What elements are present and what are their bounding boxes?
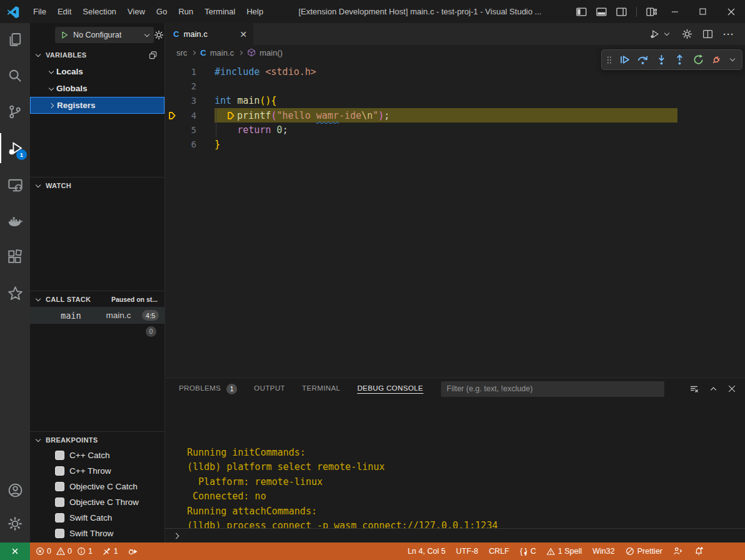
call-stack-section-header[interactable]: CALL STACK Paused on st... xyxy=(30,291,165,307)
menu-item[interactable]: Run xyxy=(173,7,199,16)
breakpoint-checkbox[interactable] xyxy=(55,482,64,491)
watch-section-header[interactable]: WATCH xyxy=(30,177,165,193)
breakpoint-item[interactable]: C++ Throw xyxy=(30,463,165,479)
launch-settings-gear-icon[interactable] xyxy=(154,30,164,40)
search-icon[interactable] xyxy=(0,61,30,91)
editor-settings-gear-icon[interactable] xyxy=(682,29,692,39)
menu-item[interactable]: Help xyxy=(241,7,269,16)
maximize-button[interactable] xyxy=(689,0,717,23)
run-and-debug-icon[interactable]: 1 xyxy=(0,133,30,163)
chevron-down-icon[interactable] xyxy=(664,31,669,36)
minimize-button[interactable] xyxy=(661,0,689,23)
panel-actions xyxy=(681,384,745,394)
step-over-button[interactable] xyxy=(636,52,651,68)
menu-item[interactable]: Terminal xyxy=(199,7,241,16)
panel-tab[interactable]: PROBLEMS 1 xyxy=(179,384,237,394)
toggle-sidebar-icon[interactable] xyxy=(576,7,587,17)
stack-frame-row[interactable]: main main.c 4:5 xyxy=(30,307,165,324)
variables-item[interactable]: Registers xyxy=(30,97,165,114)
cursor-position[interactable]: Ln 4, Col 5 xyxy=(408,547,445,556)
call-stack-empty-space xyxy=(30,339,165,431)
split-editor-icon[interactable] xyxy=(702,29,713,39)
menu-item[interactable]: File xyxy=(28,7,52,16)
breakpoint-item[interactable]: Swift Catch xyxy=(30,510,165,526)
panel-tab[interactable]: OUTPUT xyxy=(254,384,285,394)
customize-layout-icon[interactable] xyxy=(646,7,657,17)
titlebar-separator xyxy=(636,7,637,17)
breakpoint-checkbox[interactable] xyxy=(55,513,64,522)
run-or-debug-button[interactable] xyxy=(649,29,672,39)
toggle-secondary-sidebar-icon[interactable] xyxy=(616,7,627,17)
editor-area[interactable]: C main.c ✕ xyxy=(165,23,745,378)
more-actions-icon[interactable]: ··· xyxy=(723,29,734,39)
breakpoints-section-header[interactable]: BREAKPOINTS xyxy=(30,431,165,448)
extensions-icon[interactable] xyxy=(0,242,30,272)
copy-icon[interactable] xyxy=(148,51,158,60)
breakpoint-item[interactable]: Objective C Throw xyxy=(30,494,165,510)
panel-tab[interactable]: TERMINAL xyxy=(302,384,340,394)
start-debug-icon[interactable] xyxy=(60,31,69,39)
menu-item[interactable]: View xyxy=(122,7,151,16)
close-tab-icon[interactable]: ✕ xyxy=(240,29,247,39)
toolbar-drag-handle[interactable] xyxy=(606,55,612,65)
spell-checker-status[interactable]: 1 Spell xyxy=(547,547,582,556)
close-button[interactable] xyxy=(717,0,745,23)
maximize-panel-icon[interactable] xyxy=(709,384,718,394)
step-into-button[interactable] xyxy=(654,52,669,68)
account-icon[interactable] xyxy=(0,475,30,505)
favorites-star-icon[interactable] xyxy=(0,278,30,308)
remote-explorer-icon[interactable] xyxy=(0,169,30,199)
menu-item[interactable]: Selection xyxy=(77,7,121,16)
continue-button[interactable] xyxy=(617,52,632,68)
source-control-icon[interactable] xyxy=(0,97,30,127)
breakpoint-checkbox[interactable] xyxy=(55,451,64,460)
panel-tab[interactable]: DEBUG CONSOLE xyxy=(357,384,423,394)
feedback-icon[interactable] xyxy=(673,546,683,556)
explorer-icon[interactable] xyxy=(0,24,30,54)
variables-item[interactable]: Globals xyxy=(30,80,165,97)
c-file-icon: C xyxy=(200,48,206,58)
console-line: Platform: remote-linux xyxy=(187,475,745,490)
breakpoint-item[interactable]: Swift Throw xyxy=(30,526,165,541)
variables-section-header[interactable]: VARIABLES xyxy=(30,47,165,63)
variables-item[interactable]: Locals xyxy=(30,63,165,80)
remote-indicator[interactable] xyxy=(0,542,30,560)
console-filter-input[interactable] xyxy=(441,381,664,397)
breadcrumb-file[interactable]: main.c xyxy=(210,48,234,58)
formatter-status[interactable]: Prettier xyxy=(626,547,662,556)
step-out-button[interactable] xyxy=(672,52,688,68)
close-panel-icon[interactable] xyxy=(727,384,736,393)
launch-configuration-dropdown[interactable]: No Configurat xyxy=(55,27,154,43)
menu-item[interactable]: Go xyxy=(151,7,173,16)
breakpoint-item[interactable]: C++ Catch xyxy=(30,448,165,463)
breakpoint-checkbox[interactable] xyxy=(55,498,64,507)
docker-icon[interactable] xyxy=(0,206,30,236)
tab-label: main.c xyxy=(183,29,207,39)
breakpoint-checkbox[interactable] xyxy=(55,529,64,538)
problems-status[interactable]: 0 0 1 xyxy=(36,547,93,556)
breadcrumb-folder[interactable]: src xyxy=(176,48,187,58)
restart-button[interactable] xyxy=(691,52,706,68)
platform-target[interactable]: Win32 xyxy=(592,547,614,556)
language-mode[interactable]: { } C xyxy=(520,547,536,556)
eol-sequence[interactable]: CRLF xyxy=(489,547,510,556)
tab-main-c[interactable]: C main.c ✕ xyxy=(165,23,253,45)
code-editor[interactable]: 1#include <stdio.h>23int main(){4 printf… xyxy=(165,60,745,152)
debug-console-output[interactable]: Running initCommands:(lldb) platform sel… xyxy=(165,399,745,528)
disconnect-button[interactable] xyxy=(709,52,725,68)
encoding[interactable]: UTF-8 xyxy=(456,547,478,556)
debug-console-input[interactable] xyxy=(165,528,745,542)
notifications-bell-icon[interactable] xyxy=(694,546,704,556)
chevron-down-icon xyxy=(36,296,41,301)
debug-status-icon[interactable] xyxy=(128,546,138,557)
tools-status[interactable]: 1 xyxy=(102,547,118,556)
menu-item[interactable]: Edit xyxy=(52,7,77,16)
variables-empty-space xyxy=(30,114,165,177)
clear-console-icon[interactable] xyxy=(689,384,699,394)
toggle-panel-icon[interactable] xyxy=(596,7,607,17)
settings-gear-icon[interactable] xyxy=(0,509,30,539)
breakpoint-checkbox[interactable] xyxy=(55,466,64,476)
chevron-down-icon[interactable] xyxy=(730,56,735,61)
breakpoint-item[interactable]: Objective C Catch xyxy=(30,479,165,494)
breadcrumb-symbol[interactable]: main() xyxy=(260,48,283,58)
